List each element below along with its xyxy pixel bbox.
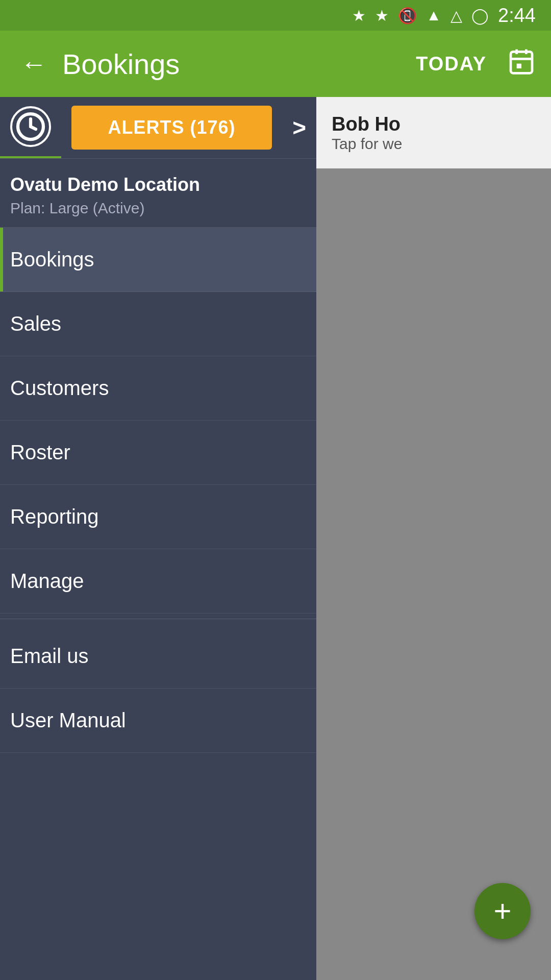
wifi-icon: ▲ xyxy=(426,7,441,24)
right-panel: Bob Ho Tap for we + xyxy=(316,97,551,980)
sidebar-item-customers[interactable]: Customers xyxy=(0,356,316,421)
bluetooth-icon: ★ xyxy=(352,7,366,24)
person-name: Bob Ho xyxy=(332,113,402,135)
svg-rect-0 xyxy=(511,52,532,73)
sidebar-item-user-manual[interactable]: User Manual xyxy=(0,689,316,753)
sidebar-item-label: Sales xyxy=(10,312,61,335)
sidebar-item-sales[interactable]: Sales xyxy=(0,292,316,356)
sidebar-item-manage[interactable]: Manage xyxy=(0,549,316,614)
sidebar-item-label: Roster xyxy=(10,441,70,464)
status-bar: ★ ★ 📵 ▲ △ ◯ 2:44 xyxy=(0,0,551,31)
svg-rect-4 xyxy=(517,63,521,68)
sidebar-item-label: Email us xyxy=(10,645,88,668)
battery-icon: ◯ xyxy=(471,7,489,24)
main-content: ALERTS (176) > Ovatu Demo Location Plan:… xyxy=(0,97,551,980)
sidebar-item-label: Reporting xyxy=(10,505,98,528)
sidebar-item-label: Manage xyxy=(10,570,84,593)
today-button[interactable]: TODAY xyxy=(416,53,487,75)
sidebar-item-bookings[interactable]: Bookings xyxy=(0,228,316,292)
person-sub: Tap for we xyxy=(332,135,402,153)
sidebar-item-label: User Manual xyxy=(10,709,126,732)
star-icon: ★ xyxy=(375,7,389,24)
vibrate-icon: 📵 xyxy=(398,7,417,24)
sidebar-item-label: Customers xyxy=(10,377,109,400)
chevron-right-icon[interactable]: > xyxy=(282,114,316,141)
drawer-logo-area xyxy=(0,97,61,158)
location-name: Ovatu Demo Location xyxy=(10,174,306,195)
sidebar-item-label: Bookings xyxy=(10,248,94,271)
status-time: 2:44 xyxy=(498,5,536,27)
sidebar-item-reporting[interactable]: Reporting xyxy=(0,485,316,549)
plus-icon: + xyxy=(493,896,511,926)
drawer: ALERTS (176) > Ovatu Demo Location Plan:… xyxy=(0,97,316,980)
calendar-icon[interactable] xyxy=(507,47,536,81)
clock-icon xyxy=(10,106,51,147)
signal-icon: △ xyxy=(450,7,462,24)
drawer-header: ALERTS (176) > xyxy=(0,97,316,159)
back-button[interactable]: ← xyxy=(15,43,52,84)
nav-items: Bookings Sales Customers Roster Reportin… xyxy=(0,228,316,980)
location-info: Ovatu Demo Location Plan: Large (Active) xyxy=(0,159,316,228)
alerts-button[interactable]: ALERTS (176) xyxy=(71,106,272,150)
nav-divider xyxy=(0,619,316,619)
page-title: Bookings xyxy=(62,47,406,81)
fab-add-button[interactable]: + xyxy=(474,883,531,939)
sidebar-item-email-us[interactable]: Email us xyxy=(0,624,316,689)
person-card[interactable]: Bob Ho Tap for we xyxy=(316,97,551,168)
status-icons: ★ ★ 📵 ▲ △ ◯ 2:44 xyxy=(352,5,536,27)
location-plan: Plan: Large (Active) xyxy=(10,200,306,217)
sidebar-item-roster[interactable]: Roster xyxy=(0,421,316,485)
nav-bar: ← Bookings TODAY xyxy=(0,31,551,97)
